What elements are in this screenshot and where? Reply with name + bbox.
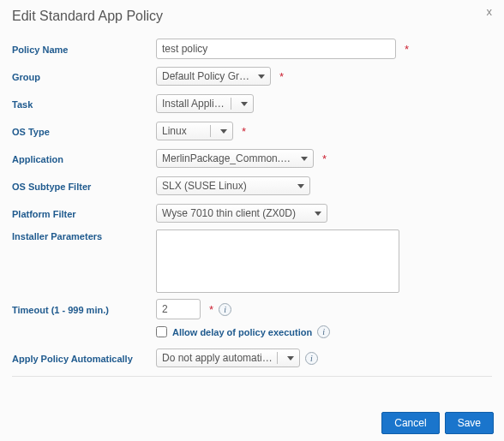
task-label: Task xyxy=(12,98,156,110)
platform-filter-select[interactable]: Wyse 7010 thin client (ZX0D) xyxy=(156,204,327,223)
info-icon[interactable]: i xyxy=(317,325,330,338)
timeout-label: Timeout (1 - 999 min.) xyxy=(12,303,156,315)
required-mark: * xyxy=(322,152,327,165)
installer-params-input[interactable] xyxy=(156,229,399,293)
chevron-down-icon xyxy=(297,184,304,188)
required-mark: * xyxy=(242,125,246,138)
policy-name-label: Policy Name xyxy=(12,43,156,55)
policy-name-input[interactable] xyxy=(156,39,396,59)
os-type-value: Linux xyxy=(162,125,206,137)
required-mark: * xyxy=(405,43,409,56)
chevron-down-icon xyxy=(301,157,308,161)
apply-auto-select[interactable]: Do not apply automatically xyxy=(156,349,300,367)
group-select[interactable]: Default Policy Group xyxy=(156,67,271,86)
allow-delay-label: Allow delay of policy execution xyxy=(172,327,312,337)
platform-filter-label: Platform Filter xyxy=(12,207,156,219)
os-type-select[interactable]: Linux xyxy=(156,122,233,140)
close-icon[interactable]: x xyxy=(487,5,493,18)
cancel-button[interactable]: Cancel xyxy=(381,412,439,434)
application-label: Application xyxy=(12,152,156,164)
task-select[interactable]: Install Application xyxy=(156,94,254,113)
apply-auto-label: Apply Policy Automatically xyxy=(12,352,156,364)
os-subtype-select[interactable]: SLX (SUSE Linux) xyxy=(156,176,310,195)
task-value: Install Application xyxy=(162,98,226,110)
timeout-input[interactable] xyxy=(156,299,201,319)
group-label: Group xyxy=(12,70,156,82)
info-icon[interactable]: i xyxy=(219,303,231,316)
divider xyxy=(12,376,492,377)
platform-filter-value: Wyse 7010 thin client (ZX0D) xyxy=(162,207,309,219)
dialog-title: Edit Standard App Policy xyxy=(12,7,163,33)
chevron-down-icon xyxy=(220,129,227,134)
os-type-label: OS Type xyxy=(12,125,156,137)
required-mark: * xyxy=(209,303,213,316)
os-subtype-value: SLX (SUSE Linux) xyxy=(162,180,292,192)
chevron-down-icon xyxy=(241,102,248,106)
os-subtype-label: OS Subtype Filter xyxy=(12,180,156,192)
chevron-down-icon xyxy=(258,74,265,79)
required-mark: * xyxy=(279,70,284,83)
application-value: MerlinPackage_Common.exe (Loc xyxy=(162,152,296,164)
info-icon[interactable]: i xyxy=(305,352,318,365)
apply-auto-value: Do not apply automatically xyxy=(162,352,273,364)
dialog-footer: Cancel Save xyxy=(381,412,494,434)
chevron-down-icon xyxy=(287,356,294,361)
allow-delay-checkbox[interactable] xyxy=(156,326,167,337)
edit-policy-dialog: Edit Standard App Policy x Policy Name *… xyxy=(0,0,504,377)
chevron-down-icon xyxy=(315,212,321,216)
group-value: Default Policy Group xyxy=(162,70,253,82)
save-button[interactable]: Save xyxy=(445,412,494,434)
application-select[interactable]: MerlinPackage_Common.exe (Loc xyxy=(156,149,314,168)
installer-params-label: Installer Parameters xyxy=(12,229,156,241)
